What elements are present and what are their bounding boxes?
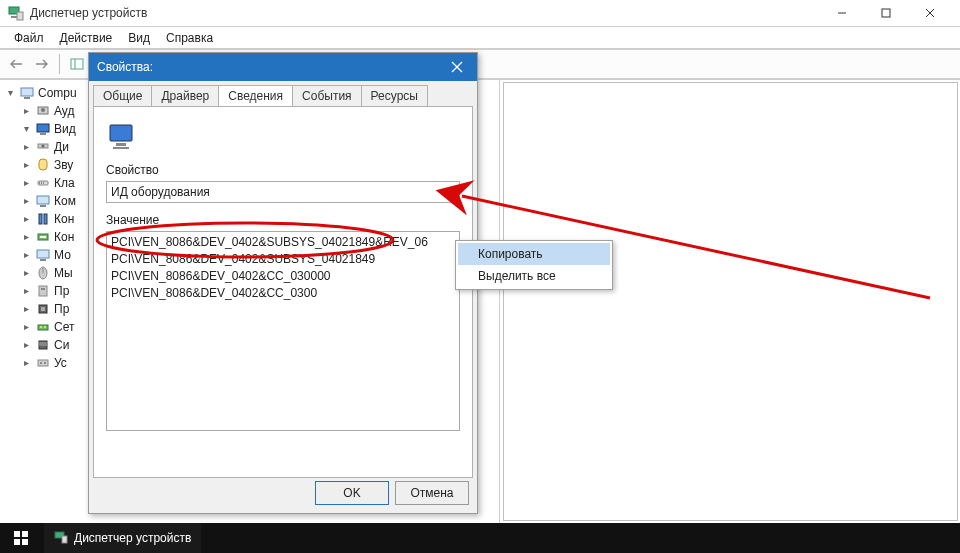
svg-rect-45 — [40, 362, 42, 364]
tree-item-label: Ауд — [54, 104, 74, 118]
svg-point-15 — [41, 108, 45, 112]
tab-resources[interactable]: Ресурсы — [361, 85, 428, 106]
expand-toggle-icon[interactable]: ▸ — [20, 304, 32, 314]
svg-rect-50 — [116, 143, 126, 146]
svg-rect-16 — [37, 124, 49, 132]
svg-rect-25 — [40, 205, 46, 207]
tree-item-label: Ком — [54, 194, 76, 208]
nav-forward-button[interactable] — [30, 52, 54, 76]
dialog-title: Свойства: — [97, 60, 437, 74]
close-button[interactable] — [908, 0, 952, 27]
list-item[interactable]: PCI\VEN_8086&DEV_0402&CC_030000 — [111, 268, 455, 285]
svg-rect-46 — [44, 362, 46, 364]
menu-help[interactable]: Справка — [158, 29, 221, 47]
context-menu-copy[interactable]: Копировать — [458, 243, 610, 265]
tree-item-label: Кла — [54, 176, 75, 190]
taskbar[interactable]: Диспетчер устройств — [0, 523, 960, 553]
svg-rect-44 — [38, 360, 48, 366]
computer-icon — [19, 85, 35, 101]
tree-item-label: Мо — [54, 248, 71, 262]
right-content — [503, 82, 958, 521]
tree-item-label: Сет — [54, 320, 74, 334]
svg-rect-57 — [62, 536, 67, 543]
expand-toggle-icon[interactable]: ▸ — [20, 106, 32, 116]
device-category-icon — [35, 121, 51, 137]
svg-rect-7 — [71, 59, 83, 69]
svg-rect-12 — [21, 88, 33, 96]
tree-item-label: Вид — [54, 122, 76, 136]
value-label: Значение — [106, 213, 460, 227]
device-manager-icon — [54, 530, 68, 547]
expand-toggle-icon[interactable]: ▸ — [20, 142, 32, 152]
expand-toggle-icon[interactable]: ▸ — [20, 160, 32, 170]
expand-toggle-icon[interactable]: ▸ — [20, 322, 32, 332]
svg-rect-34 — [39, 286, 47, 296]
tree-item-label: Кон — [54, 230, 74, 244]
maximize-button[interactable] — [864, 0, 908, 27]
menu-view[interactable]: Вид — [120, 29, 158, 47]
context-menu-select-all[interactable]: Выделить все — [458, 265, 610, 287]
device-category-icon — [35, 193, 51, 209]
minimize-button[interactable] — [820, 0, 864, 27]
svg-point-39 — [40, 326, 42, 328]
tree-item-label: Мы — [54, 266, 73, 280]
properties-dialog: Свойства: Общие Драйвер Сведения События… — [88, 52, 478, 514]
device-category-icon — [35, 229, 51, 245]
main-window-title: Диспетчер устройств — [30, 6, 820, 20]
list-item[interactable]: PCI\VEN_8086&DEV_0402&CC_0300 — [111, 285, 455, 302]
expand-toggle-icon[interactable]: ▾ — [4, 88, 16, 98]
tab-general[interactable]: Общие — [93, 85, 152, 106]
main-window-titlebar: Диспетчер устройств — [0, 0, 960, 27]
svg-rect-23 — [43, 182, 44, 184]
tab-events[interactable]: События — [292, 85, 362, 106]
svg-rect-29 — [40, 236, 46, 238]
svg-rect-4 — [882, 9, 890, 17]
expand-toggle-icon[interactable]: ▾ — [20, 124, 32, 134]
tree-item-label: Зву — [54, 158, 73, 172]
tab-details[interactable]: Сведения — [218, 85, 293, 106]
expand-toggle-icon[interactable]: ▸ — [20, 340, 32, 350]
expand-toggle-icon[interactable]: ▸ — [20, 250, 32, 260]
svg-rect-27 — [44, 214, 47, 224]
device-category-icon — [35, 265, 51, 281]
svg-rect-51 — [113, 147, 129, 149]
device-category-icon — [35, 211, 51, 227]
expand-toggle-icon[interactable]: ▸ — [20, 358, 32, 368]
cancel-button[interactable]: Отмена — [395, 481, 469, 505]
list-item[interactable]: PCI\VEN_8086&DEV_0402&SUBSYS_04021849&RE… — [111, 234, 455, 251]
svg-point-40 — [44, 326, 46, 328]
display-adapter-icon — [108, 121, 140, 153]
list-item[interactable]: PCI\VEN_8086&DEV_0402&SUBSYS_04021849 — [111, 251, 455, 268]
expand-toggle-icon[interactable]: ▸ — [20, 196, 32, 206]
taskbar-app-device-manager[interactable]: Диспетчер устройств — [44, 523, 201, 553]
tab-driver[interactable]: Драйвер — [151, 85, 219, 106]
menu-action[interactable]: Действие — [52, 29, 121, 47]
device-category-icon — [35, 355, 51, 371]
expand-toggle-icon[interactable]: ▸ — [20, 286, 32, 296]
svg-rect-30 — [37, 250, 49, 258]
nav-back-button[interactable] — [4, 52, 28, 76]
show-hide-console-button[interactable] — [65, 52, 89, 76]
expand-toggle-icon[interactable]: ▸ — [20, 178, 32, 188]
tree-root-label: Compu — [38, 86, 77, 100]
start-button[interactable] — [0, 523, 42, 553]
svg-rect-38 — [38, 325, 48, 330]
menu-file[interactable]: Файл — [6, 29, 52, 47]
property-combo-value: ИД оборудования — [111, 185, 210, 199]
svg-rect-55 — [22, 539, 28, 545]
dialog-titlebar[interactable]: Свойства: — [89, 53, 477, 81]
expand-toggle-icon[interactable]: ▸ — [20, 214, 32, 224]
svg-rect-24 — [37, 196, 49, 204]
taskbar-app-label: Диспетчер устройств — [74, 531, 191, 545]
dialog-close-button[interactable] — [437, 53, 477, 81]
toolbar-separator — [59, 54, 60, 74]
device-category-icon — [35, 301, 51, 317]
expand-toggle-icon[interactable]: ▸ — [20, 232, 32, 242]
ok-button[interactable]: OK — [315, 481, 389, 505]
expand-toggle-icon[interactable]: ▸ — [20, 268, 32, 278]
tree-item-label: Пр — [54, 302, 69, 316]
property-combo[interactable]: ИД оборудования ▾ — [106, 181, 460, 203]
svg-rect-26 — [39, 214, 42, 224]
device-category-icon — [35, 175, 51, 191]
value-listbox[interactable]: PCI\VEN_8086&DEV_0402&SUBSYS_04021849&RE… — [106, 231, 460, 431]
